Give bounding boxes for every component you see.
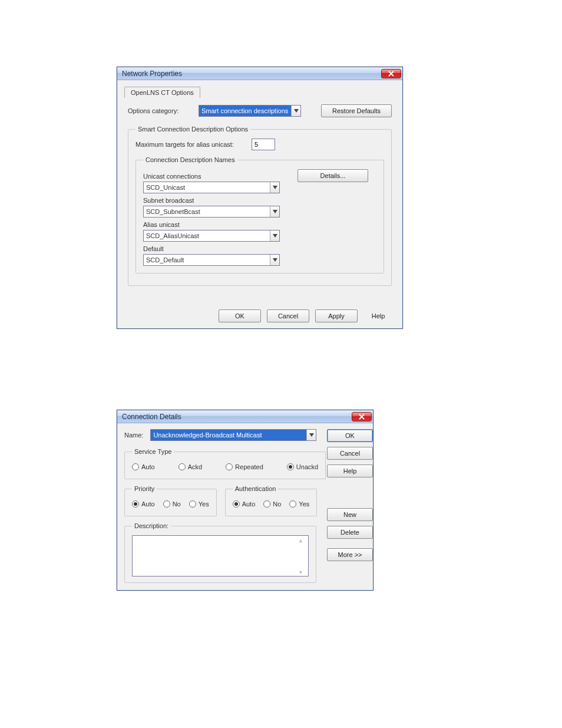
chevron-down-icon[interactable] (270, 206, 279, 217)
subnet-broadcast-combo[interactable]: SCD_SubnetBcast (143, 206, 280, 218)
dialog-title: Connection Details (122, 413, 352, 421)
options-category-label: Options category: (128, 107, 193, 114)
priority-auto-radio[interactable]: Auto (132, 500, 155, 508)
auth-yes-radio[interactable]: Yes (289, 500, 309, 508)
priority-yes-radio[interactable]: Yes (189, 500, 209, 508)
priority-group: Priority Auto No Yes (124, 485, 217, 516)
description-group: Description: ▴ ▾ (124, 522, 316, 583)
alias-unicast-combo[interactable]: SCD_AliasUnicast (143, 230, 280, 242)
titlebar[interactable]: Network Properties (117, 67, 402, 80)
help-button[interactable]: Help (327, 465, 373, 477)
connection-description-names-group: Connection Description Names Details... … (135, 156, 384, 274)
close-button[interactable] (381, 69, 401, 78)
max-targets-label: Maximum targets for alias unicast: (135, 141, 234, 148)
unicast-connections-value: SCD_Unicast (144, 182, 270, 193)
subnet-broadcast-value: SCD_SubnetBcast (144, 206, 270, 217)
description-textarea[interactable] (132, 535, 309, 577)
subnet-broadcast-label: Subnet broadcast (143, 197, 376, 204)
network-properties-dialog: Network Properties OpenLNS CT Options Op… (117, 67, 403, 329)
authentication-group: Authentication Auto No Yes (225, 485, 318, 516)
chevron-down-icon[interactable] (291, 106, 300, 116)
close-button[interactable] (352, 412, 372, 421)
priority-no-radio[interactable]: No (163, 500, 181, 508)
tab-openlns-ct-options[interactable]: OpenLNS CT Options (124, 87, 200, 98)
scroll-up-icon: ▴ (299, 538, 306, 543)
default-label: Default (143, 245, 376, 252)
priority-legend: Priority (132, 485, 157, 492)
smart-connection-description-options-group: Smart Connection Description Options Max… (128, 126, 392, 286)
options-category-value: Smart connection descriptions (199, 106, 291, 116)
alias-unicast-value: SCD_AliasUnicast (144, 230, 270, 241)
alias-unicast-label: Alias unicast (143, 221, 376, 228)
titlebar[interactable]: Connection Details (117, 410, 373, 423)
details-button[interactable]: Details... (297, 169, 368, 182)
chevron-down-icon[interactable] (270, 230, 279, 241)
new-button[interactable]: New (327, 508, 373, 521)
more-button[interactable]: More >> (327, 548, 373, 561)
outer-legend: Smart Connection Description Options (135, 126, 250, 133)
cancel-button[interactable]: Cancel (267, 309, 309, 322)
chevron-down-icon[interactable] (306, 430, 316, 440)
ok-button[interactable]: OK (327, 429, 373, 442)
name-value: Unacknowledged-Broadcast Multicast (151, 430, 306, 440)
service-repeated-radio[interactable]: Repeated (226, 463, 263, 470)
unicast-connections-combo[interactable]: SCD_Unicast (143, 182, 280, 193)
name-combo[interactable]: Unacknowledged-Broadcast Multicast (150, 429, 316, 441)
service-type-legend: Service Type (132, 448, 174, 455)
delete-button[interactable]: Delete (327, 526, 373, 539)
max-targets-input[interactable] (252, 139, 275, 150)
service-auto-radio[interactable]: Auto (132, 463, 155, 470)
dialog-title: Network Properties (122, 70, 381, 78)
service-unackd-radio[interactable]: Unackd (287, 463, 318, 470)
description-legend: Description: (132, 522, 171, 529)
chevron-down-icon[interactable] (270, 182, 279, 193)
scroll-down-icon: ▾ (299, 569, 306, 575)
options-category-combo[interactable]: Smart connection descriptions (199, 105, 301, 117)
authentication-legend: Authentication (233, 485, 279, 492)
cancel-button[interactable]: Cancel (327, 447, 373, 460)
restore-defaults-button[interactable]: Restore Defaults (321, 104, 392, 117)
name-label: Name: (124, 431, 143, 439)
default-value: SCD_Default (144, 255, 270, 265)
connection-details-dialog: Connection Details Name: Unacknowledged-… (117, 410, 373, 591)
inner-legend: Connection Description Names (143, 156, 237, 163)
service-type-group: Service Type Auto Ackd Repeated Unackd (124, 448, 326, 479)
auth-no-radio[interactable]: No (263, 500, 281, 508)
service-ackd-radio[interactable]: Ackd (178, 463, 202, 470)
auth-auto-radio[interactable]: Auto (233, 500, 256, 508)
default-combo[interactable]: SCD_Default (143, 254, 280, 266)
apply-button[interactable]: Apply (315, 309, 358, 322)
chevron-down-icon[interactable] (270, 255, 279, 265)
help-button[interactable]: Help (363, 309, 393, 322)
ok-button[interactable]: OK (219, 309, 261, 322)
